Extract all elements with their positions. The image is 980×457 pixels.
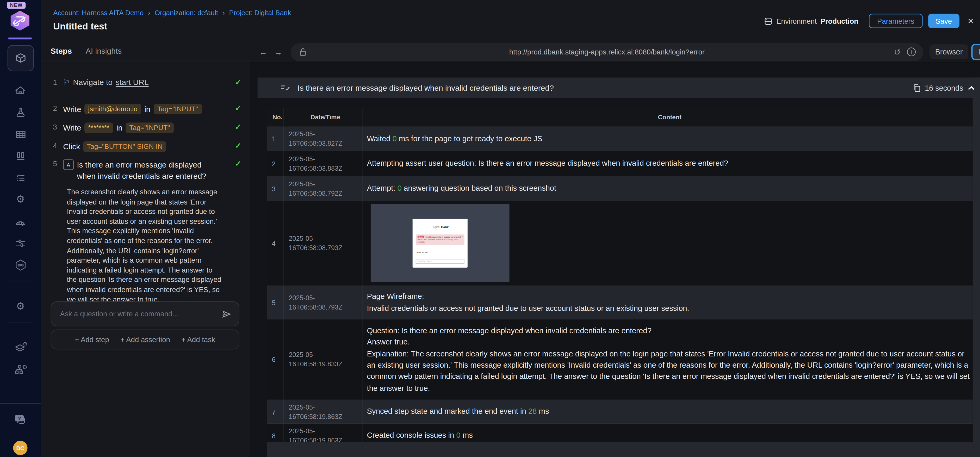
sidebar-item-inspect[interactable] xyxy=(0,215,41,228)
chat-help-icon: ? xyxy=(14,414,27,425)
flag-icon: ⚐ xyxy=(63,78,70,87)
login-card-preview: Digital Bank Error Invalid credentials o… xyxy=(413,218,468,268)
logs-tab-button[interactable]: Lo xyxy=(971,44,980,60)
sidebar-item-layers-config[interactable]: ⚙ xyxy=(0,340,41,354)
checklist-check-icon xyxy=(280,84,290,92)
browser-tab-button[interactable]: Browser xyxy=(929,44,968,59)
selector-chip[interactable]: Tag="INPUT" xyxy=(154,104,202,115)
sidebar-item-checklist[interactable] xyxy=(0,171,41,185)
table-row: 5 2025-05-16T06:58:08.793Z Page Wirefram… xyxy=(267,286,973,320)
copy-icon[interactable] xyxy=(912,83,920,92)
attempt-count: 0 xyxy=(398,184,402,193)
selector-chip[interactable]: Tag="BUTTON" SIGN IN xyxy=(83,141,166,152)
sidebar-item-home[interactable] xyxy=(0,84,41,98)
col-header-content: Content xyxy=(363,108,973,126)
duration-ms: 0 xyxy=(393,134,397,143)
sidebar-item-lab[interactable] xyxy=(0,106,41,119)
error-alert-preview: Error Invalid credentials or access not … xyxy=(416,234,465,245)
user-search-icon xyxy=(14,215,26,228)
step-row-2[interactable]: 2 Write jsmith@demo.io in Tag="INPUT" ✓ xyxy=(51,104,241,115)
step-success-check-icon: ✓ xyxy=(235,78,241,87)
col-header-no: No. xyxy=(267,108,284,126)
flask-icon xyxy=(14,107,26,118)
environment-selector[interactable]: Environment Production xyxy=(764,17,858,25)
value-chip[interactable]: jsmith@demo.io xyxy=(84,104,141,115)
add-step-button[interactable]: + Add step xyxy=(75,336,109,343)
steps-panel: Steps AI insights 1 ⚐ Navigate to start … xyxy=(41,41,251,457)
back-icon[interactable]: ← xyxy=(256,47,270,57)
help-chat-button[interactable]: ? xyxy=(0,413,41,427)
assertion-badge: A xyxy=(63,159,74,170)
scrollbar-track[interactable] xyxy=(973,78,980,457)
add-assertion-button[interactable]: + Add assertion xyxy=(120,336,170,343)
step-success-check-icon: ✓ xyxy=(235,141,241,150)
breadcrumb: Account: Harness AITA Demo › Organizatio… xyxy=(53,9,291,16)
app-window: NEW ⚙ xyxy=(0,0,980,457)
sidebar-item-module-active[interactable] xyxy=(8,45,34,72)
sidebar-divider xyxy=(8,323,32,323)
info-icon[interactable]: i xyxy=(907,48,916,56)
step-success-check-icon: ✓ xyxy=(235,159,241,168)
chevron-right-icon: › xyxy=(148,9,150,16)
sidebar-divider xyxy=(8,280,32,281)
harness-logo-icon[interactable] xyxy=(9,10,31,31)
assertion-explanation: The screenshot clearly shows an error me… xyxy=(67,188,223,304)
sliders-icon xyxy=(14,237,26,249)
duration-ms: 28 xyxy=(528,407,537,416)
user-avatar[interactable]: DC xyxy=(13,441,27,455)
columns-icon xyxy=(14,151,26,162)
send-icon[interactable] xyxy=(222,310,231,318)
sidebar-item-settings[interactable]: ⚙ xyxy=(0,193,41,206)
step-row-1[interactable]: 1 ⚐ Navigate to start URL ✓ xyxy=(51,78,241,87)
assertion-header[interactable]: Is there an error message displayed when… xyxy=(258,78,980,98)
sidebar-item-org-config[interactable]: ⚙ xyxy=(0,363,41,376)
table-row: 6 2025-05-16T06:58:19.833Z Question: Is … xyxy=(267,319,973,400)
svg-text:⚙: ⚙ xyxy=(22,364,27,370)
environment-value: Production xyxy=(821,17,859,25)
sidebar-divider xyxy=(0,403,41,404)
save-button[interactable]: Save xyxy=(928,14,959,28)
layers-gear-icon: ⚙ xyxy=(14,341,27,353)
selector-chip[interactable]: Tag="INPUT" xyxy=(126,123,174,133)
nav-sidebar: NEW ⚙ xyxy=(0,0,41,457)
command-input[interactable] xyxy=(59,309,222,318)
tab-steps[interactable]: Steps xyxy=(51,47,72,56)
tab-ai-insights[interactable]: AI insights xyxy=(86,47,122,56)
sidebar-item-chaos[interactable] xyxy=(0,258,41,272)
chevron-up-icon[interactable] xyxy=(967,86,975,91)
svg-text:⚙: ⚙ xyxy=(22,341,27,347)
col-header-datetime: Date/Time xyxy=(284,108,362,126)
step-success-check-icon: ✓ xyxy=(235,104,241,113)
command-input-box xyxy=(51,301,239,326)
table-footer-area xyxy=(267,442,980,457)
parameters-button[interactable]: Parameters xyxy=(869,14,923,28)
step-success-check-icon: ✓ xyxy=(235,123,241,131)
reload-icon[interactable]: ↺ xyxy=(894,47,901,57)
close-icon[interactable]: ✕ xyxy=(967,17,974,25)
steps-tabs: Steps AI insights xyxy=(41,41,250,61)
step-row-4[interactable]: 4 Click Tag="BUTTON" SIGN IN ✓ xyxy=(51,141,241,152)
infinity-hexagon-icon xyxy=(14,259,27,271)
table-row: 4 2025-05-16T06:58:08.793Z Digital Bank … xyxy=(267,201,973,286)
duration-label: 16 seconds xyxy=(925,83,963,92)
url-text[interactable]: http://prod.dbank.staging-apps.relicx.ai… xyxy=(291,48,923,56)
forward-icon[interactable]: → xyxy=(270,47,286,57)
log-table: No. Date/Time Content 1 2025-05-16T06:58… xyxy=(267,108,973,447)
sidebar-item-grid[interactable] xyxy=(0,127,41,141)
start-url-link[interactable]: start URL xyxy=(116,78,149,87)
breadcrumb-organization[interactable]: Organization: default xyxy=(155,9,218,16)
sidebar-item-account-settings[interactable]: ⚙ xyxy=(0,299,41,313)
table-row: 7 2025-05-16T06:58:19.863Z Synced step s… xyxy=(267,400,973,424)
breadcrumb-project[interactable]: Project: Digital Bank xyxy=(229,9,291,16)
sidebar-item-racks[interactable] xyxy=(0,149,41,163)
value-chip[interactable]: ******** xyxy=(84,123,113,133)
url-bar[interactable]: http://prod.dbank.staging-apps.relicx.ai… xyxy=(291,43,923,61)
browser-panel: ← → http://prod.dbank.staging-apps.relic… xyxy=(250,41,980,457)
sidebar-item-pipelines[interactable] xyxy=(0,236,41,250)
screenshot-thumbnail[interactable]: Digital Bank Error Invalid credentials o… xyxy=(371,204,509,282)
table-row: 3 2025-05-16T06:58:08.792Z Attempt: 0 an… xyxy=(267,177,973,201)
step-row-3[interactable]: 3 Write ******** in Tag="INPUT" ✓ xyxy=(51,123,241,133)
breadcrumb-account[interactable]: Account: Harness AITA Demo xyxy=(53,9,143,16)
add-task-button[interactable]: + Add task xyxy=(181,336,215,343)
step-row-5[interactable]: 5 A Is there an error message displayed … xyxy=(51,159,241,182)
